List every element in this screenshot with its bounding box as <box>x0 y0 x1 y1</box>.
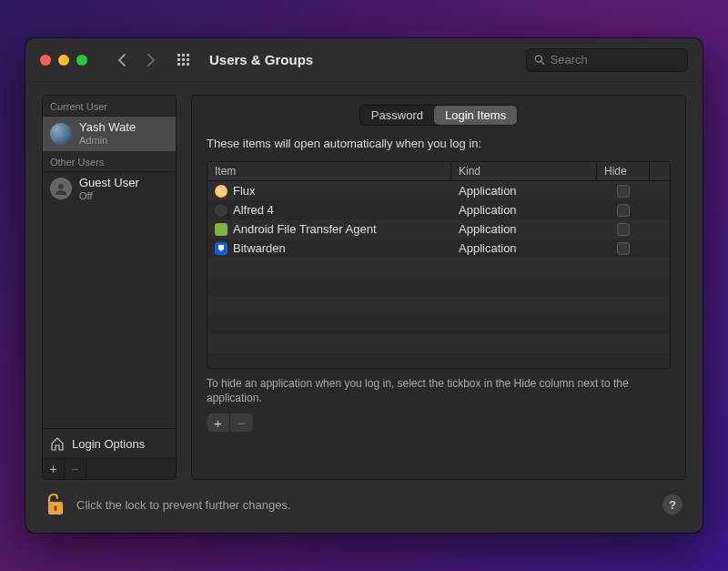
login-items-description: These items will open automatically when… <box>207 137 671 150</box>
preferences-window: Users & Groups Current User Yash Wate Ad… <box>25 38 703 533</box>
bitwarden-icon <box>215 242 228 255</box>
tabbar: Password Login Items <box>192 96 685 131</box>
cell-kind: Application <box>451 222 597 236</box>
tab-password[interactable]: Password <box>360 106 434 125</box>
hide-checkbox[interactable] <box>617 185 630 198</box>
hide-checkbox[interactable] <box>617 223 630 236</box>
flux-icon <box>215 185 228 198</box>
svg-rect-3 <box>177 58 180 61</box>
svg-rect-6 <box>177 63 180 66</box>
cell-kind: Application <box>451 203 597 217</box>
sidebar-user-current[interactable]: Yash Wate Admin <box>43 117 176 151</box>
svg-rect-7 <box>182 63 185 66</box>
users-sidebar: Current User Yash Wate Admin Other Users… <box>42 95 177 480</box>
cell-kind: Application <box>451 241 597 255</box>
alfred-icon <box>215 204 228 217</box>
forward-button[interactable] <box>140 49 162 71</box>
svg-point-11 <box>58 184 64 189</box>
cell-hide <box>597 223 650 236</box>
android-icon <box>215 223 228 236</box>
table-row-empty <box>207 334 670 353</box>
login-items-table: Item Kind Hide FluxApplicationAlfred 4Ap… <box>207 161 671 369</box>
login-options-label: Login Options <box>72 437 145 451</box>
col-spacer <box>650 168 670 174</box>
col-hide[interactable]: Hide <box>597 162 650 180</box>
search-input[interactable] <box>551 53 680 66</box>
remove-user-button[interactable]: − <box>65 459 86 479</box>
back-button[interactable] <box>111 49 133 71</box>
hide-hint: To hide an application when you log in, … <box>207 376 671 405</box>
window-controls <box>40 55 87 66</box>
add-login-item-button[interactable]: + <box>207 413 230 433</box>
toolbar: Users & Groups <box>25 38 703 82</box>
item-name: Bitwarden <box>233 241 286 255</box>
cell-item: Alfred 4 <box>207 203 451 217</box>
grid-icon <box>177 53 191 67</box>
avatar <box>50 123 72 145</box>
user-name: Guest User <box>79 177 139 190</box>
show-all-button[interactable] <box>173 49 195 71</box>
remove-login-item-button[interactable]: − <box>230 413 254 433</box>
svg-rect-8 <box>187 63 189 66</box>
cell-item: Android File Transfer Agent <box>207 222 451 236</box>
user-name: Yash Wate <box>79 121 136 135</box>
svg-rect-13 <box>55 505 57 511</box>
sidebar-footer: + − <box>43 458 176 479</box>
search-field[interactable] <box>526 48 688 72</box>
avatar <box>50 178 72 199</box>
user-role: Admin <box>79 135 136 147</box>
cell-item: Flux <box>207 184 451 198</box>
cell-kind: Application <box>451 184 597 198</box>
table-row-empty <box>207 315 670 334</box>
item-name: Alfred 4 <box>233 203 274 217</box>
lock-bar: Click the lock to prevent further change… <box>42 480 686 524</box>
svg-rect-0 <box>177 54 180 56</box>
svg-rect-1 <box>182 54 185 56</box>
detail-pane: Password Login Items These items will op… <box>191 95 686 480</box>
house-icon <box>50 436 65 451</box>
current-user-header: Current User <box>43 96 176 117</box>
person-icon <box>55 182 67 195</box>
sidebar-user-guest[interactable]: Guest User Off <box>43 172 176 207</box>
col-kind[interactable]: Kind <box>451 162 597 180</box>
hide-checkbox[interactable] <box>617 204 630 217</box>
add-user-button[interactable]: + <box>43 459 65 479</box>
table-row-empty <box>207 296 670 315</box>
lock-text: Click the lock to prevent further change… <box>76 498 652 512</box>
table-row[interactable]: FluxApplication <box>207 181 670 200</box>
zoom-window-button[interactable] <box>76 55 87 66</box>
table-row[interactable]: Alfred 4Application <box>207 200 670 219</box>
unlocked-lock-icon <box>46 493 66 516</box>
table-row[interactable]: BitwardenApplication <box>207 239 670 258</box>
svg-rect-2 <box>187 54 189 56</box>
search-icon <box>534 54 545 66</box>
cell-hide <box>597 204 650 217</box>
svg-rect-5 <box>187 58 189 61</box>
item-name: Android File Transfer Agent <box>233 222 377 236</box>
table-row[interactable]: Android File Transfer AgentApplication <box>207 219 670 239</box>
minimize-window-button[interactable] <box>58 55 69 66</box>
cell-hide <box>597 185 650 198</box>
table-row-empty <box>207 277 670 296</box>
table-row-empty <box>207 353 670 368</box>
table-row-empty <box>207 258 670 277</box>
table-header: Item Kind Hide <box>207 162 670 181</box>
lock-button[interactable] <box>46 493 66 516</box>
chevron-left-icon <box>117 54 126 66</box>
col-item[interactable]: Item <box>207 162 451 180</box>
other-users-header: Other Users <box>43 151 176 172</box>
item-name: Flux <box>233 184 256 198</box>
close-window-button[interactable] <box>40 55 51 66</box>
tab-login-items[interactable]: Login Items <box>434 106 517 125</box>
cell-hide <box>597 242 650 255</box>
content: Current User Yash Wate Admin Other Users… <box>25 82 703 533</box>
svg-rect-4 <box>182 58 185 61</box>
cell-item: Bitwarden <box>207 241 451 255</box>
svg-line-10 <box>541 61 544 64</box>
login-options-button[interactable]: Login Options <box>43 428 176 458</box>
add-remove-login-item: + − <box>207 413 254 433</box>
help-button[interactable]: ? <box>662 495 682 515</box>
chevron-right-icon <box>147 54 156 66</box>
hide-checkbox[interactable] <box>617 242 630 255</box>
window-title: Users & Groups <box>209 52 313 67</box>
